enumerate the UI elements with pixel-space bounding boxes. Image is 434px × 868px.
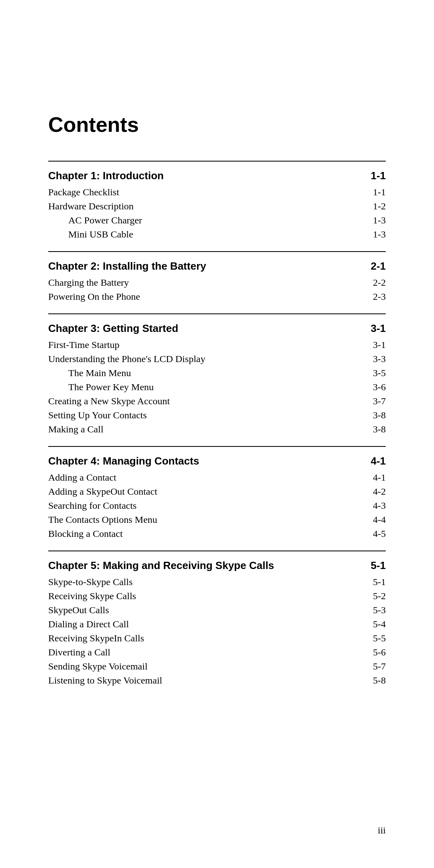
entry-row-ch5-4: Receiving SkypeIn Calls5-5	[48, 633, 386, 644]
entry-page-ch5-2: 5-3	[373, 605, 386, 616]
entry-page-ch1-3: 1-3	[373, 229, 386, 240]
chapter-page-ch3: 3-1	[371, 322, 386, 335]
chapter-title-ch3[interactable]: Chapter 3: Getting Started	[48, 322, 362, 335]
entry-page-ch3-5: 3-8	[373, 410, 386, 421]
entry-row-ch5-0: Skype-to-Skype Calls5-1	[48, 577, 386, 588]
entry-page-ch4-0: 4-1	[373, 472, 386, 483]
entry-page-ch4-1: 4-2	[373, 486, 386, 497]
entry-title-ch5-6[interactable]: Sending Skype Voicemail	[48, 661, 365, 672]
entry-row-ch1-1: Hardware Description1-2	[48, 201, 386, 212]
entry-title-ch3-1[interactable]: Understanding the Phone's LCD Display	[48, 354, 365, 364]
entry-title-ch5-5[interactable]: Diverting a Call	[48, 647, 365, 658]
entry-page-ch1-1: 1-2	[373, 201, 386, 212]
entry-row-ch3-5: Setting Up Your Contacts3-8	[48, 410, 386, 421]
chapter-row-ch3: Chapter 3: Getting Started3-1	[48, 322, 386, 335]
entry-row-ch1-2: AC Power Charger1-3	[48, 215, 386, 226]
entry-page-ch5-6: 5-7	[373, 661, 386, 672]
chapter-row-ch5: Chapter 5: Making and Receiving Skype Ca…	[48, 559, 386, 572]
toc-container: Chapter 1: Introduction1-1Package Checkl…	[48, 161, 386, 686]
page-title: Contents	[48, 113, 386, 137]
entry-page-ch4-3: 4-4	[373, 514, 386, 525]
toc-divider-2	[48, 251, 386, 252]
entry-row-ch5-3: Dialing a Direct Call5-4	[48, 619, 386, 630]
entry-page-ch3-6: 3-8	[373, 424, 386, 435]
entry-row-ch3-1: Understanding the Phone's LCD Display3-3	[48, 354, 386, 364]
entry-title-ch1-0[interactable]: Package Checklist	[48, 187, 365, 198]
entry-row-ch4-2: Searching for Contacts4-3	[48, 500, 386, 511]
entry-page-ch5-0: 5-1	[373, 577, 386, 588]
entry-page-ch1-2: 1-3	[373, 215, 386, 226]
entry-page-ch3-1: 3-3	[373, 354, 386, 364]
entry-page-ch3-0: 3-1	[373, 340, 386, 350]
entry-page-ch3-2: 3-5	[373, 368, 386, 379]
chapter-title-ch4[interactable]: Chapter 4: Managing Contacts	[48, 455, 362, 467]
entry-row-ch4-1: Adding a SkypeOut Contact4-2	[48, 486, 386, 497]
entry-row-ch5-2: SkypeOut Calls5-3	[48, 605, 386, 616]
entry-title-ch4-1[interactable]: Adding a SkypeOut Contact	[48, 486, 365, 497]
entry-title-ch5-1[interactable]: Receiving Skype Calls	[48, 591, 365, 602]
chapter-page-ch1: 1-1	[371, 170, 386, 182]
entry-row-ch1-0: Package Checklist1-1	[48, 187, 386, 198]
entry-title-ch3-4[interactable]: Creating a New Skype Account	[48, 396, 365, 407]
entry-title-ch4-0[interactable]: Adding a Contact	[48, 472, 365, 483]
entry-row-ch2-1: Powering On the Phone2-3	[48, 291, 386, 302]
entry-title-ch5-7[interactable]: Listening to Skype Voicemail	[48, 675, 365, 686]
entry-page-ch4-4: 4-5	[373, 528, 386, 539]
entry-title-ch5-3[interactable]: Dialing a Direct Call	[48, 619, 365, 630]
entry-row-ch4-4: Blocking a Contact4-5	[48, 528, 386, 539]
chapter-page-ch4: 4-1	[371, 455, 386, 467]
entry-title-ch1-2[interactable]: AC Power Charger	[48, 215, 365, 226]
toc-divider-4	[48, 446, 386, 447]
entry-page-ch3-3: 3-6	[373, 382, 386, 393]
entry-title-ch1-1[interactable]: Hardware Description	[48, 201, 365, 212]
entry-row-ch5-7: Listening to Skype Voicemail5-8	[48, 675, 386, 686]
entry-title-ch5-4[interactable]: Receiving SkypeIn Calls	[48, 633, 365, 644]
entry-title-ch5-0[interactable]: Skype-to-Skype Calls	[48, 577, 365, 588]
chapter-page-ch2: 2-1	[371, 260, 386, 272]
page: Contents Chapter 1: Introduction1-1Packa…	[0, 0, 434, 868]
entry-page-ch2-1: 2-3	[373, 291, 386, 302]
entry-row-ch3-6: Making a Call3-8	[48, 424, 386, 435]
entry-page-ch2-0: 2-2	[373, 277, 386, 288]
entry-row-ch3-2: The Main Menu3-5	[48, 368, 386, 379]
toc-divider-3	[48, 313, 386, 314]
entry-title-ch4-3[interactable]: The Contacts Options Menu	[48, 514, 365, 525]
toc-divider-5	[48, 551, 386, 551]
chapter-row-ch1: Chapter 1: Introduction1-1	[48, 170, 386, 182]
entry-row-ch5-6: Sending Skype Voicemail5-7	[48, 661, 386, 672]
toc-divider-1	[48, 161, 386, 162]
entry-page-ch5-3: 5-4	[373, 619, 386, 630]
chapter-title-ch2[interactable]: Chapter 2: Installing the Battery	[48, 260, 362, 272]
entry-title-ch4-2[interactable]: Searching for Contacts	[48, 500, 365, 511]
entry-page-ch5-4: 5-5	[373, 633, 386, 644]
entry-title-ch3-2[interactable]: The Main Menu	[48, 368, 365, 379]
entry-page-ch5-7: 5-8	[373, 675, 386, 686]
entry-page-ch5-5: 5-6	[373, 647, 386, 658]
chapter-title-ch5[interactable]: Chapter 5: Making and Receiving Skype Ca…	[48, 559, 362, 572]
entry-row-ch5-1: Receiving Skype Calls5-2	[48, 591, 386, 602]
entry-title-ch2-1[interactable]: Powering On the Phone	[48, 291, 365, 302]
entry-page-ch5-1: 5-2	[373, 591, 386, 602]
entry-title-ch4-4[interactable]: Blocking a Contact	[48, 528, 365, 539]
chapter-title-ch1[interactable]: Chapter 1: Introduction	[48, 170, 362, 182]
entry-row-ch5-5: Diverting a Call5-6	[48, 647, 386, 658]
entry-page-ch3-4: 3-7	[373, 396, 386, 407]
entry-page-ch1-0: 1-1	[373, 187, 386, 198]
entry-row-ch4-3: The Contacts Options Menu4-4	[48, 514, 386, 525]
entry-row-ch4-0: Adding a Contact4-1	[48, 472, 386, 483]
entry-title-ch2-0[interactable]: Charging the Battery	[48, 277, 365, 288]
chapter-page-ch5: 5-1	[371, 559, 386, 572]
entry-page-ch4-2: 4-3	[373, 500, 386, 511]
entry-row-ch1-3: Mini USB Cable1-3	[48, 229, 386, 240]
chapter-row-ch2: Chapter 2: Installing the Battery2-1	[48, 260, 386, 272]
entry-row-ch2-0: Charging the Battery2-2	[48, 277, 386, 288]
entry-title-ch5-2[interactable]: SkypeOut Calls	[48, 605, 365, 616]
entry-row-ch3-3: The Power Key Menu3-6	[48, 382, 386, 393]
entry-title-ch3-0[interactable]: First-Time Startup	[48, 340, 365, 350]
entry-row-ch3-4: Creating a New Skype Account3-7	[48, 396, 386, 407]
entry-title-ch1-3[interactable]: Mini USB Cable	[48, 229, 365, 240]
entry-title-ch3-3[interactable]: The Power Key Menu	[48, 382, 365, 393]
entry-title-ch3-5[interactable]: Setting Up Your Contacts	[48, 410, 365, 421]
chapter-row-ch4: Chapter 4: Managing Contacts4-1	[48, 455, 386, 467]
entry-title-ch3-6[interactable]: Making a Call	[48, 424, 365, 435]
